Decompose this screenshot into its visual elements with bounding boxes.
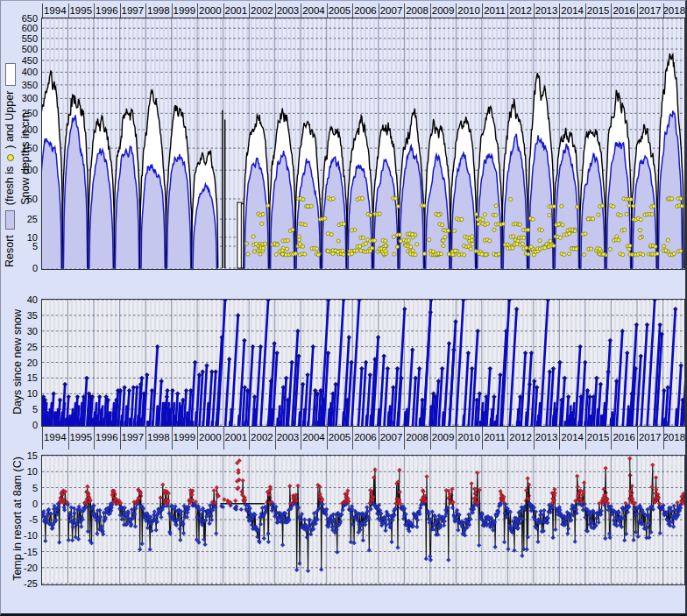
year-label: 2017 <box>637 430 663 444</box>
year-label: 1998 <box>145 430 172 444</box>
year-label: 2008 <box>404 4 430 18</box>
year-tick <box>120 4 121 18</box>
y-tick-label: -5 <box>8 514 38 525</box>
y-tick-label: 200 <box>8 124 38 135</box>
year-tick <box>301 4 301 18</box>
days-since-snow-plot <box>41 299 685 427</box>
y-tick-label: 15 <box>8 450 38 461</box>
y-tick-label: 0 <box>8 420 38 430</box>
year-tick <box>352 4 353 18</box>
year-tick <box>507 427 508 450</box>
year-tick <box>275 4 276 18</box>
year-label: 2018 <box>662 4 683 18</box>
year-tick <box>145 4 146 18</box>
year-label: 2014 <box>559 430 585 444</box>
year-tick <box>663 4 664 18</box>
year-tick <box>94 427 95 450</box>
year-tick <box>197 4 198 18</box>
year-tick <box>456 427 457 450</box>
year-tick <box>172 427 173 450</box>
y-tick-label: 300 <box>8 93 38 103</box>
year-tick <box>145 427 146 450</box>
year-tick <box>482 427 483 450</box>
y-tick-label: 0 <box>8 499 38 509</box>
y-tick-label: 500 <box>8 44 38 54</box>
temp-series <box>41 457 685 573</box>
year-label: 1999 <box>172 430 198 444</box>
y-tick-label: 150 <box>8 143 38 153</box>
year-label: 2003 <box>275 430 301 444</box>
year-tick <box>637 427 638 450</box>
y-tick-label: 30 <box>8 326 38 336</box>
year-label: 1994 <box>42 430 68 444</box>
year-label: 2015 <box>585 4 612 18</box>
year-label: 1997 <box>120 4 146 18</box>
y-tick-label: 350 <box>8 80 38 90</box>
year-label: 2002 <box>249 430 275 444</box>
year-label: 1999 <box>172 4 198 18</box>
y-tick-label: 0 <box>8 263 38 273</box>
y-tick-label: 100 <box>8 165 38 175</box>
y-tick-label: 600 <box>8 23 38 33</box>
year-tick <box>482 4 483 18</box>
year-label: 2007 <box>379 4 405 18</box>
y-tick-label: -10 <box>8 530 38 541</box>
year-label: 1995 <box>68 4 95 18</box>
snow-depth-plot <box>41 18 685 270</box>
temperature-plot <box>41 455 685 585</box>
year-label: 2010 <box>456 430 482 444</box>
year-tick <box>249 427 250 450</box>
year-label: 2001 <box>223 430 250 444</box>
year-tick <box>559 427 560 450</box>
year-label: 2009 <box>430 4 457 18</box>
year-tick <box>585 427 586 450</box>
year-label: 2008 <box>404 430 430 444</box>
year-tick <box>68 4 69 18</box>
snow-history-chart-window: Resort (fresh is ) and Upper Snow depths… <box>0 0 687 616</box>
year-label: 2010 <box>456 4 482 18</box>
year-label: 2015 <box>585 430 612 444</box>
year-label: 2013 <box>534 4 560 18</box>
year-tick <box>352 427 353 450</box>
y-tick-label: 400 <box>8 67 38 77</box>
year-label: 2004 <box>301 4 327 18</box>
year-tick <box>637 4 638 18</box>
year-tick <box>534 427 535 450</box>
year-tick <box>223 4 224 18</box>
y-tick-label: 25 <box>8 214 38 224</box>
year-label: 2001 <box>223 4 250 18</box>
year-tick <box>327 427 328 450</box>
year-label: 2004 <box>301 430 327 444</box>
year-label: 2009 <box>430 430 457 444</box>
y-tick-label: 50 <box>8 194 38 204</box>
year-tick <box>404 427 405 450</box>
year-tick <box>327 4 328 18</box>
year-label: 2007 <box>379 430 405 444</box>
y-tick-label: 5 <box>8 483 38 493</box>
year-label: 2013 <box>534 430 560 444</box>
year-tick <box>94 4 95 18</box>
year-tick <box>430 4 431 18</box>
year-label: 2006 <box>352 4 379 18</box>
year-tick <box>663 427 664 450</box>
y-tick-label: -20 <box>8 563 38 573</box>
year-label: 2016 <box>611 4 637 18</box>
year-tick <box>275 427 276 450</box>
year-label: 1998 <box>145 4 172 18</box>
year-tick <box>507 4 508 18</box>
year-tick <box>42 427 43 450</box>
year-label: 2002 <box>249 4 275 18</box>
year-tick <box>301 427 301 450</box>
year-label: 2000 <box>197 430 223 444</box>
y-tick-label: 25 <box>8 342 38 352</box>
y-tick-label: 450 <box>8 55 38 66</box>
year-label: 2014 <box>559 4 585 18</box>
year-label: 2005 <box>327 430 353 444</box>
fresh-snow-dot-icon <box>7 154 14 161</box>
year-label: 2011 <box>482 430 508 444</box>
year-tick <box>456 4 457 18</box>
year-tick <box>172 4 173 18</box>
year-tick <box>249 4 250 18</box>
year-label: 2017 <box>637 4 663 18</box>
y-tick-label: 10 <box>8 388 38 399</box>
